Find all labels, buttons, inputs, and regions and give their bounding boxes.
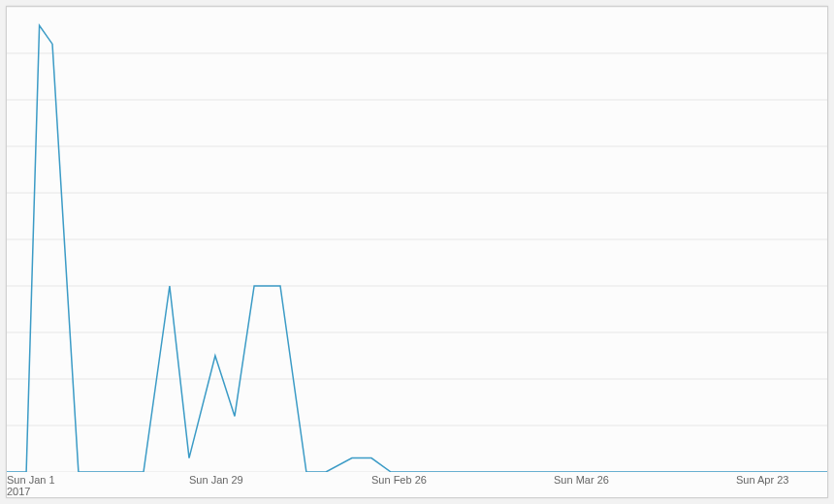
x-tick-label: Sun Mar 26	[554, 474, 609, 486]
chart-plot	[7, 7, 827, 472]
chart-x-axis-labels: Sun Jan 12017Sun Jan 29Sun Feb 26Sun Mar…	[7, 474, 827, 497]
x-tick-label: Sun Apr 23	[736, 474, 788, 486]
chart-container: Sun Jan 12017Sun Jan 29Sun Feb 26Sun Mar…	[0, 0, 834, 504]
chart-frame: Sun Jan 12017Sun Jan 29Sun Feb 26Sun Mar…	[6, 6, 828, 498]
x-tick-label: Sun Jan 29	[189, 474, 243, 486]
x-tick-label: Sun Jan 1	[7, 474, 55, 486]
chart-gridlines	[7, 7, 827, 472]
x-tick-label: Sun Feb 26	[371, 474, 427, 486]
x-tick-sublabel: 2017	[7, 486, 30, 497]
chart-series-line	[7, 25, 827, 472]
